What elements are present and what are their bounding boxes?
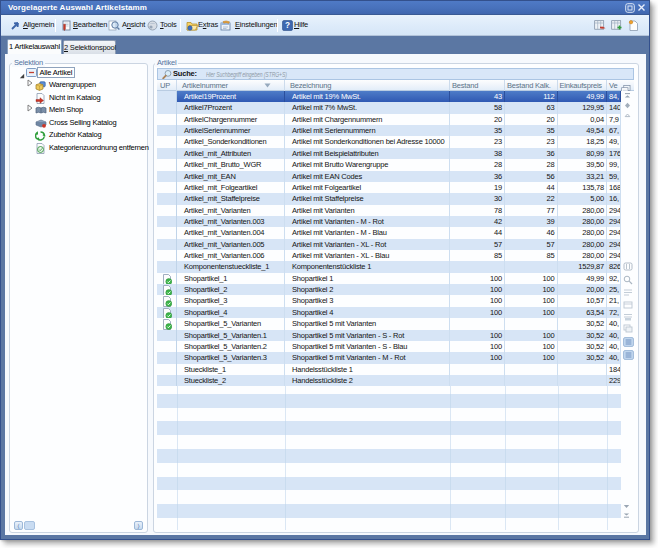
svg-text:?: ? bbox=[285, 21, 290, 30]
